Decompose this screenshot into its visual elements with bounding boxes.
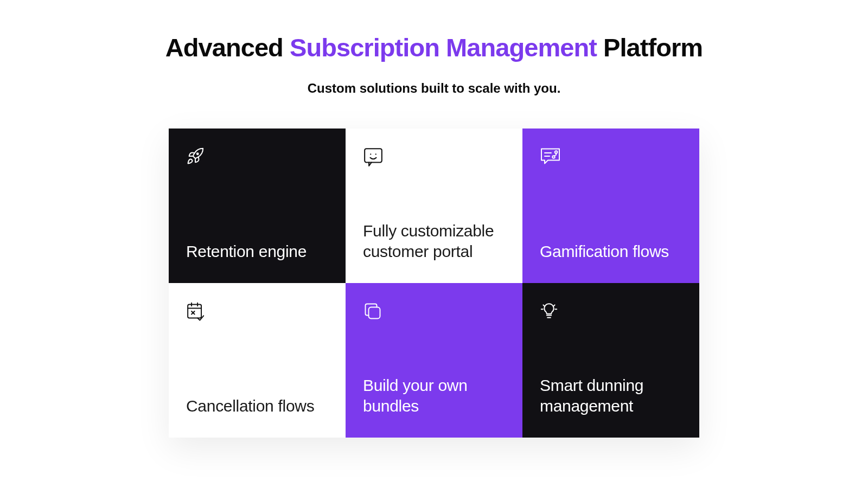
- feature-tile-portal: Fully customizable customer portal: [346, 129, 522, 283]
- feature-tile-cancellation: Cancellation flows: [169, 283, 346, 438]
- feature-tile-gamification: Gamification flows: [522, 129, 699, 283]
- feature-title: Smart dunning management: [540, 375, 682, 416]
- svg-point-2: [370, 153, 371, 155]
- svg-line-17: [543, 305, 544, 306]
- page-container: Advanced Subscription Management Platfor…: [0, 0, 868, 438]
- svg-rect-1: [365, 149, 382, 162]
- feature-tile-retention: Retention engine: [169, 129, 346, 283]
- copy-icon: [363, 301, 505, 325]
- svg-point-3: [375, 153, 376, 155]
- feature-title: Cancellation flows: [186, 396, 328, 416]
- page-subtitle: Custom solutions built to scale with you…: [0, 81, 868, 96]
- feature-title: Gamification flows: [540, 241, 682, 262]
- page-title: Advanced Subscription Management Platfor…: [0, 33, 868, 62]
- svg-line-18: [554, 305, 555, 306]
- lightbulb-icon: [540, 301, 682, 325]
- title-accent: Subscription Management: [290, 33, 597, 62]
- smile-message-icon: [363, 147, 505, 171]
- feature-tile-dunning: Smart dunning management: [522, 283, 699, 438]
- feature-tile-bundles: Build your own bundles: [346, 283, 522, 438]
- svg-point-0: [197, 153, 199, 155]
- feature-title: Fully customizable customer portal: [363, 221, 505, 261]
- feature-grid: Retention engine Fully customizable cust…: [169, 129, 699, 438]
- flow-icon: [540, 147, 682, 171]
- title-before: Advanced: [165, 33, 290, 62]
- rocket-icon: [186, 147, 328, 171]
- svg-rect-14: [369, 307, 380, 319]
- feature-title: Build your own bundles: [363, 375, 505, 416]
- calendar-cancel-icon: [186, 301, 328, 325]
- title-after: Platform: [597, 33, 703, 62]
- feature-title: Retention engine: [186, 241, 328, 262]
